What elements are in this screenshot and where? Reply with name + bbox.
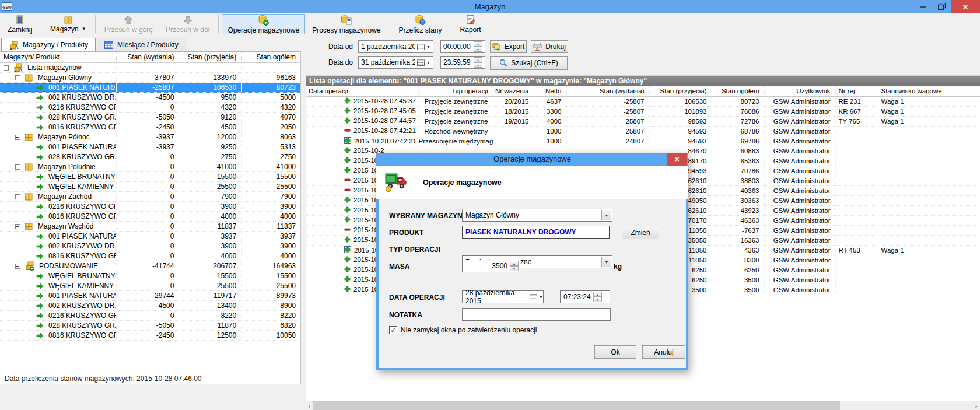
tree-row[interactable]: Magazyn Zachód079007900 — [0, 192, 300, 202]
tree-expander-icon[interactable] — [15, 224, 20, 229]
tab-miesiace-produkty[interactable]: Miesiące / Produkty — [97, 38, 186, 51]
panel-splitter[interactable] — [301, 36, 306, 410]
date-from-input[interactable]: 1 października 2015 ▼ — [358, 40, 433, 53]
column-header-stan-przyjecia[interactable]: Stan (przyjęcia) — [179, 52, 242, 62]
change-product-button[interactable]: Zmień — [622, 226, 659, 239]
time-spinner[interactable]: ▲▼ — [593, 292, 602, 302]
operations-row[interactable]: 2015-10-28 07:44:57Przyjęcie zewnętrzne1… — [306, 116, 980, 126]
tree-row[interactable]: 0216 KRUSZYWO GR...039003900 — [0, 202, 300, 212]
tree-row[interactable]: 002 KRUSZYWO DR...-4500134008900 — [0, 301, 300, 311]
tree-expander-icon[interactable] — [15, 135, 20, 140]
column-header-magazyn-produkt[interactable]: Magazyn/ Produkt — [0, 52, 117, 62]
operations-row[interactable]: 2015-10-28 07:45:05Przyjęcie zewnętrzne1… — [306, 106, 980, 116]
column-header-stan-wydania[interactable]: Stan (wydania) — [117, 52, 180, 62]
tree-row[interactable]: 002 KRUSZYWO DR...039003900 — [0, 241, 300, 251]
cancel-button[interactable]: Anuluj — [642, 345, 685, 359]
calendar-icon[interactable]: ▼ — [530, 293, 543, 300]
notatka-input[interactable] — [462, 308, 611, 321]
procesy-magazynowe-button[interactable]: Procesy magazynowe — [306, 14, 386, 34]
tree-expander-icon[interactable] — [15, 194, 20, 199]
operacje-magazynowe-button[interactable]: Operacje magazynowe — [222, 14, 305, 34]
ops-column-header[interactable]: Stan ogółem — [712, 86, 764, 96]
tree-row[interactable]: 028 KRUSZYWO GR...-505091204070 — [0, 113, 300, 122]
tree-row[interactable]: 0816 KRUSZYWO GR...-245045002050 — [0, 122, 300, 132]
masa-spinner[interactable]: ▲▼ — [510, 261, 519, 271]
tree-row[interactable]: 001 PIASEK NATURA...-393792505313 — [0, 142, 300, 152]
ops-column-header[interactable]: Typ operacji — [418, 86, 493, 96]
data-operacji-input[interactable]: 28 października 2015 ▼ — [462, 290, 544, 303]
tree-expander-icon[interactable] — [15, 264, 20, 269]
tree-expander-icon[interactable] — [15, 164, 20, 170]
raport-button[interactable]: Raport — [454, 14, 487, 34]
tree-row[interactable]: WĘGIEL BRUNATNY01550015500 — [0, 172, 300, 182]
tree-row[interactable]: 002 KRUSZYWO DR...-450095005000 — [0, 93, 300, 103]
ops-column-header[interactable]: Stan (wydania) — [566, 86, 649, 96]
produkt-field[interactable]: PIASEK NATURALNY DROGOWY — [462, 226, 610, 239]
calendar-icon[interactable]: ▼ — [417, 59, 430, 66]
operations-row[interactable]: 2015-10-28 07:42:21Przesunięcie międzyma… — [306, 136, 980, 146]
tree-row[interactable]: Magazyn Wschód01183711837 — [0, 222, 300, 232]
ops-column-header[interactable]: Użytkownik — [764, 86, 835, 96]
ops-column-header[interactable]: Data operacji — [306, 86, 418, 96]
tree-row[interactable]: Magazyn Południe04100041000 — [0, 162, 300, 172]
tree-expander-icon[interactable] — [15, 75, 20, 80]
tree-row[interactable]: 028 KRUSZYWO GR...027502750 — [0, 152, 300, 162]
tree-row[interactable]: 001 PIASEK NATURA...039373937 — [0, 232, 300, 241]
time-from-spinner[interactable]: ▲▼ — [474, 41, 482, 52]
time-from-input[interactable]: 00:00:00 ▲▼ — [440, 40, 485, 53]
search-button[interactable]: Szukaj (Ctrl+F) — [490, 56, 568, 70]
masa-input[interactable]: 3500 ▲▼ — [462, 260, 520, 272]
horizontal-scrollbar[interactable]: ‹ › — [306, 401, 980, 410]
tree-row[interactable]: 0816 KRUSZYWO GR...040004000 — [0, 251, 300, 261]
tree-row[interactable]: 0816 KRUSZYWO GR...-24501250010050 — [0, 331, 300, 341]
ops-column-header[interactable]: Stan (przyjęcia) — [649, 86, 712, 96]
chevron-down-icon[interactable]: ▼ — [601, 257, 611, 267]
tree-row[interactable]: 0216 KRUSZYWO GR...043204320 — [0, 103, 300, 113]
tree-row[interactable]: Lista magazynów — [0, 63, 300, 73]
time-to-spinner[interactable]: ▲▼ — [474, 57, 482, 68]
ops-column-header[interactable]: Stanowisko wagowe — [878, 86, 980, 96]
export-button[interactable]: Export — [490, 40, 527, 53]
ok-button[interactable]: Ok — [594, 345, 636, 359]
scrollbar-thumb[interactable] — [313, 401, 840, 410]
magazyn-select[interactable]: Magazyn Główny ▼ — [462, 209, 612, 222]
tab-magazyny-produkty[interactable]: Magazyny / Produkty — [1, 38, 96, 51]
chevron-down-icon[interactable]: ▼ — [82, 26, 86, 31]
minimize-button[interactable] — [914, 0, 932, 13]
ops-column-header[interactable]: Nr rej. — [835, 86, 878, 96]
tree-row[interactable]: 0216 KRUSZYWO GR...082208220 — [0, 311, 300, 321]
tree-row[interactable]: WĘGIEL BRUNATNY01550015500 — [0, 271, 300, 281]
tree-row[interactable]: Magazyn Główny-3780713397096163 — [0, 73, 300, 83]
czas-operacji-input[interactable]: 07:23:24 ▲▼ — [560, 290, 610, 303]
tree-row[interactable]: 028 KRUSZYWO GR...-5050118706820 — [0, 321, 300, 331]
ops-column-header[interactable]: Nr ważenia — [493, 86, 534, 96]
close-button[interactable]: × — [951, 0, 980, 13]
date-to-input[interactable]: 31 października 2015 ▼ — [358, 56, 433, 69]
calendar-icon[interactable]: ▼ — [417, 43, 430, 50]
tree-row[interactable]: WĘGIEL KAMIENNY02550025500 — [0, 281, 300, 291]
time-to-input[interactable]: 23:59:59 ▲▼ — [440, 56, 485, 69]
magazyn-button[interactable]: Magazyn▼ — [44, 14, 92, 34]
checkbox-checked-icon[interactable]: ✓ — [389, 326, 397, 334]
tree-row[interactable]: 001 PIASEK NATURA...-2580710653080723 — [0, 83, 300, 93]
tree-row[interactable]: WĘGIEL KAMIENNY02550025500 — [0, 182, 300, 192]
zamknij-button[interactable]: Zamknij — [2, 14, 38, 34]
ops-cell-uzytkownik: GSW Administrator — [764, 116, 835, 126]
scroll-right-icon[interactable]: › — [972, 401, 980, 410]
tree-expander-icon[interactable] — [4, 65, 9, 71]
tree-row[interactable]: PODSUMOWANIE-41744206707164963 — [0, 261, 300, 271]
restore-button[interactable] — [932, 0, 951, 13]
tree-row[interactable]: Magazyn Północ-3937120008063 — [0, 132, 300, 142]
column-header-stan-ogolem[interactable]: Stan ogółem — [242, 52, 300, 62]
tree-row[interactable]: 0816 KRUSZYWO GR...040004000 — [0, 212, 300, 222]
scroll-left-icon[interactable]: ‹ — [306, 401, 313, 410]
dialog-close-button[interactable]: × — [667, 153, 687, 166]
chevron-down-icon[interactable]: ▼ — [601, 210, 611, 220]
przelicz-stany-button[interactable]: Przelicz stany — [393, 14, 448, 34]
print-button[interactable]: Drukuj — [531, 40, 568, 53]
ops-column-header[interactable]: Netto — [534, 86, 566, 96]
tree-row[interactable]: 001 PIASEK NATURA...-2974411971789973 — [0, 291, 300, 301]
operations-row[interactable]: 2015-10-28 07:45:37Przyjęcie zewnętrzne2… — [306, 96, 980, 106]
operations-row[interactable]: 2015-10-28 07:42:21Rozchód wewnętrzny-10… — [306, 126, 980, 136]
tree-cell-ogolem: 3900 — [242, 241, 300, 251]
